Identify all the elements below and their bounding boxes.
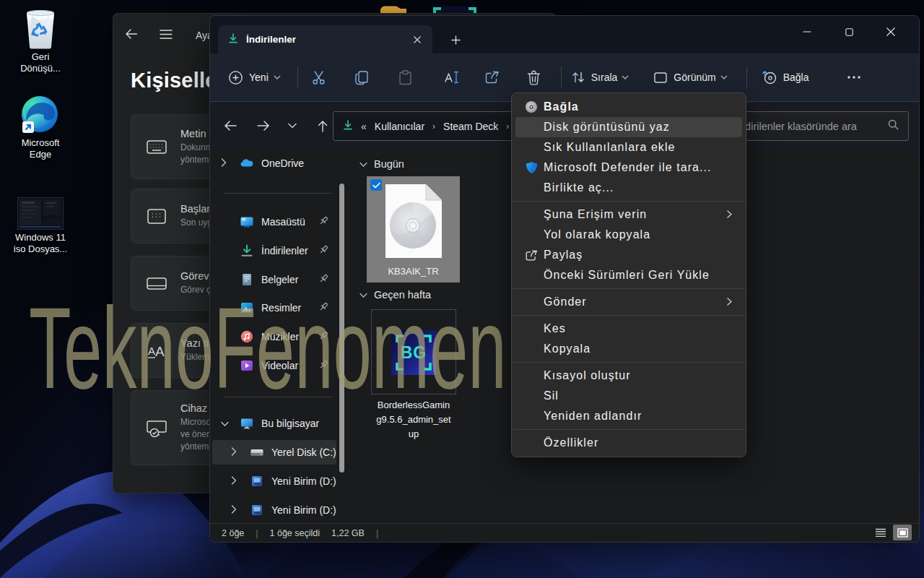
status-item-count: 2 öğe xyxy=(222,528,244,538)
breadcrumb-separator: › xyxy=(506,121,509,131)
breadcrumb-overflow[interactable]: « xyxy=(361,121,367,132)
settings-menu-icon[interactable] xyxy=(160,29,173,42)
submenu-arrow-icon xyxy=(727,208,732,221)
share-button[interactable] xyxy=(478,63,507,92)
menu-item-mount[interactable]: Bağla xyxy=(515,97,742,117)
menu-item-properties[interactable]: Özellikler xyxy=(515,433,742,453)
menu-item-delete[interactable]: Sil xyxy=(515,386,742,406)
chevron-down-icon xyxy=(622,75,629,79)
desktop-icon-microsoft-edge[interactable]: Microsoft Edge xyxy=(6,95,75,160)
chevron-right-icon[interactable] xyxy=(231,504,240,517)
sort-button[interactable]: Sırala xyxy=(571,71,629,84)
group-header-label: Bugün xyxy=(374,158,404,170)
new-tab-button[interactable] xyxy=(445,29,466,51)
details-view-button[interactable] xyxy=(871,525,890,540)
volume-icon xyxy=(250,474,264,488)
watermark-text: TeknoFenomen xyxy=(29,282,507,415)
menu-item-cut[interactable]: Kes xyxy=(515,319,742,339)
tab-close-icon[interactable] xyxy=(408,30,427,49)
desktop-icon-label: Windows 11 iso Dosyas... xyxy=(6,232,75,255)
chevron-right-icon[interactable] xyxy=(231,446,240,459)
see-more-button[interactable] xyxy=(840,63,868,92)
breadcrumb-separator: › xyxy=(432,121,435,131)
chevron-down-icon xyxy=(720,75,728,79)
chevron-down-icon[interactable] xyxy=(359,158,367,170)
chevron-down-icon xyxy=(274,75,281,79)
menu-item-scan-with-defender[interactable]: Microsoft Defender ile tara... xyxy=(515,158,742,178)
breadcrumb-steam-deck[interactable]: Steam Deck xyxy=(443,121,498,132)
nav-item-label: OneDrive xyxy=(261,158,304,169)
status-bar: 2 öğe | 1 öğe seçildi 1,22 GB | xyxy=(210,523,919,542)
delete-button[interactable] xyxy=(520,63,549,92)
menu-separator xyxy=(513,201,745,202)
paste-button[interactable] xyxy=(391,63,420,92)
recent-locations-icon[interactable] xyxy=(279,113,305,138)
search-box[interactable]: İndirilenler klasöründe ara xyxy=(730,111,909,141)
up-button[interactable] xyxy=(310,113,336,138)
explorer-tabbar: İndirilenler xyxy=(210,16,919,53)
close-button[interactable] xyxy=(870,16,912,48)
menu-item-burn-disc-image[interactable]: Disk görüntüsünü yaz xyxy=(515,117,742,137)
desktop-icon-label: Geri Dönüşü... xyxy=(6,51,75,74)
toolbar-separator xyxy=(746,66,747,88)
new-button[interactable]: Yeni xyxy=(229,71,281,85)
maximize-button[interactable] xyxy=(828,16,870,48)
volume-icon xyxy=(250,503,264,517)
desktop-icon-windows11-iso[interactable]: Windows 11 iso Dosyas... xyxy=(6,197,75,255)
nav-item-volume-d2[interactable]: Yeni Birim (D:) xyxy=(212,498,336,522)
copy-button[interactable] xyxy=(347,63,376,92)
menu-item-give-access[interactable]: Şuna Erişim verin xyxy=(515,204,742,225)
downloads-icon xyxy=(240,243,254,258)
nav-separator xyxy=(225,193,331,194)
downloads-icon xyxy=(342,119,354,133)
nav-item-label: Bu bilgisayar xyxy=(261,418,319,429)
menu-item-rename[interactable]: Yeniden adlandır xyxy=(515,406,742,426)
device-usage-icon xyxy=(146,417,167,439)
view-toggle-buttons xyxy=(868,525,912,540)
view-button[interactable]: Görünüm xyxy=(653,72,727,84)
toolbar-separator xyxy=(297,66,298,88)
windows11-iso-thumbnail-icon xyxy=(6,197,75,230)
menu-item-send-to[interactable]: Gönder xyxy=(515,292,742,312)
group-header-today[interactable]: Bugün xyxy=(359,158,404,170)
downloads-icon xyxy=(227,33,239,47)
nav-item-local-disk-c[interactable]: Yerel Disk (C:) xyxy=(212,440,336,465)
forward-button[interactable] xyxy=(250,113,276,138)
explorer-tab-downloads[interactable]: İndirilenler xyxy=(218,25,432,53)
nav-item-label: Masaüstü xyxy=(261,216,305,228)
chevron-right-icon[interactable] xyxy=(231,475,240,488)
selected-checkbox[interactable] xyxy=(370,179,382,191)
status-divider: | xyxy=(376,528,378,538)
desktop-icon-recycle-bin[interactable]: Geri Dönüşü... xyxy=(6,7,75,74)
menu-item-copy[interactable]: Kopyala xyxy=(515,339,742,359)
breadcrumb-users[interactable]: Kullanıcılar xyxy=(375,121,424,132)
menu-item-open-with[interactable]: Birlikte aç... xyxy=(515,178,742,198)
onedrive-icon xyxy=(240,156,254,171)
back-button[interactable] xyxy=(217,113,243,138)
defender-shield-icon xyxy=(524,161,539,174)
settings-back-icon[interactable] xyxy=(125,29,137,42)
start-icon xyxy=(146,205,167,227)
minimize-button[interactable] xyxy=(786,16,828,48)
mount-button[interactable]: Bağla xyxy=(762,70,814,85)
nav-item-volume-d1[interactable]: Yeni Birim (D:) xyxy=(212,469,336,493)
new-button-label: Yeni xyxy=(249,72,269,83)
thumbnail-view-button[interactable] xyxy=(893,525,912,540)
menu-item-share[interactable]: Paylaş xyxy=(515,245,742,265)
tab-title: İndirilenler xyxy=(246,34,296,45)
file-kb3aik-tr[interactable]: KB3AIK_TR xyxy=(367,176,460,282)
menu-item-create-shortcut[interactable]: Kısayol oluştur xyxy=(515,366,742,386)
nav-item-this-pc[interactable]: Bu bilgisayar xyxy=(212,411,336,436)
nav-item-desktop[interactable]: Masaüstü xyxy=(212,210,336,234)
context-menu: Bağla Disk görüntüsünü yaz Sık Kullanıla… xyxy=(511,92,746,457)
menu-item-restore-previous-versions[interactable]: Önceki Sürümleri Geri Yükle xyxy=(515,265,742,285)
menu-item-copy-as-path[interactable]: Yol olarak kopyala xyxy=(515,225,742,245)
nav-item-onedrive[interactable]: OneDrive xyxy=(212,151,336,176)
pin-icon xyxy=(319,245,329,258)
nav-item-downloads[interactable]: İndirilenler xyxy=(212,238,336,263)
chevron-down-icon[interactable] xyxy=(221,417,230,430)
cut-button[interactable] xyxy=(305,63,334,92)
rename-button[interactable] xyxy=(437,63,466,92)
chevron-right-icon[interactable] xyxy=(221,157,230,170)
menu-item-add-to-favorites[interactable]: Sık Kullanılanlara ekle xyxy=(515,137,742,158)
